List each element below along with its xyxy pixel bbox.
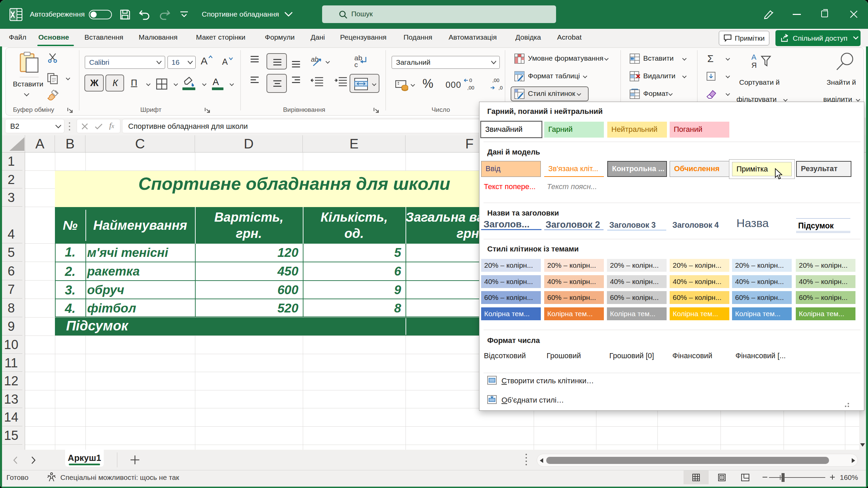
- svg-text:c: c: [354, 61, 358, 68]
- svg-text:,0: ,0: [498, 85, 503, 90]
- svg-text:0: 0: [469, 77, 472, 83]
- svg-text:,00: ,00: [467, 85, 474, 90]
- svg-text:,00: ,00: [492, 77, 499, 83]
- svg-text:А: А: [751, 53, 756, 61]
- svg-text:Я: Я: [751, 61, 757, 69]
